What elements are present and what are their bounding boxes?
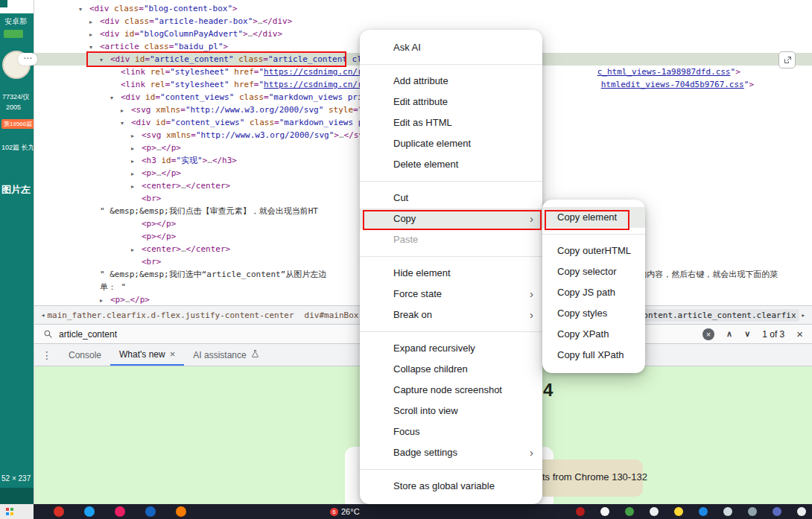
menu-item-label: Copy styles (557, 308, 607, 319)
tray-icon[interactable] (699, 507, 708, 516)
disclosure-arrow-icon[interactable]: ▸ (131, 130, 142, 142)
menu-item-copy-styles[interactable]: Copy styles (542, 303, 645, 324)
syntax-token: </p> (130, 295, 150, 305)
open-in-new-button[interactable] (778, 51, 796, 69)
taskbar-apps (54, 506, 186, 517)
disclosure-arrow-icon[interactable]: ▾ (79, 3, 89, 16)
syntax-token: <link (121, 67, 145, 77)
submenu-arrow-icon: › (530, 442, 533, 463)
disclosure-arrow-icon[interactable]: ▸ (121, 104, 131, 117)
disclosure-arrow-icon[interactable]: ▾ (110, 92, 121, 104)
node-options-icon[interactable]: ⋯ (18, 53, 37, 66)
syntax-token: </h3> (212, 156, 237, 165)
breadcrumb-scroll-right-icon[interactable]: ▸ (799, 311, 808, 319)
menu-item-copy-selector[interactable]: Copy selector (542, 261, 645, 282)
tray-icon[interactable] (625, 507, 634, 516)
syntax-token: = (149, 16, 154, 26)
syntax-token: <div (100, 29, 120, 39)
menu-item-capture-node-screenshot[interactable]: Capture node screenshot (360, 380, 542, 401)
close-search-icon[interactable]: × (796, 328, 803, 340)
taskbar-app-icon[interactable] (84, 506, 95, 517)
menu-item-copy-outerhtml[interactable]: Copy outerHTML (542, 241, 645, 261)
search-input[interactable]: article_content (59, 329, 117, 340)
menu-item-expand-recursively[interactable]: Expand recursively (360, 338, 542, 359)
syntax-token: "stylesheet" (170, 67, 229, 77)
syntax-token: </p> (162, 143, 182, 153)
menu-item-duplicate-element[interactable]: Duplicate element (360, 133, 542, 154)
syntax-token: <div (121, 92, 141, 102)
syntax-token: <div (100, 16, 120, 26)
drawer-tab-what-s-new[interactable]: What's new× (110, 344, 184, 366)
page-footer-band (0, 488, 34, 504)
menu-item-badge-settings[interactable]: Badge settings› (360, 442, 542, 463)
drawer-tab-ai-assistance[interactable]: AI assistance (184, 344, 267, 366)
taskbar-weather[interactable]: 6 26°C (330, 504, 360, 519)
disclosure-arrow-icon[interactable]: ▸ (89, 28, 100, 41)
tray-icon[interactable] (748, 507, 757, 516)
syntax-token: = (264, 92, 269, 102)
menu-item-edit-attribute[interactable]: Edit attribute (360, 92, 542, 112)
previous-match-icon[interactable]: ∧ (726, 329, 732, 339)
menu-item-scroll-into-view[interactable]: Scroll into view (360, 401, 542, 421)
menu-item-delete-element[interactable]: Delete element (360, 154, 542, 175)
follow-badge[interactable] (4, 30, 23, 38)
syntax-token: … (125, 295, 130, 305)
more-tabs-icon[interactable]: ⋮ (34, 349, 60, 361)
menu-item-focus[interactable]: Focus (360, 421, 542, 442)
syntax-token: "http://www.w3.org/2000/svg" (196, 130, 334, 140)
menu-item-label: Copy selector (557, 266, 616, 277)
tray-icon[interactable] (576, 507, 585, 516)
tab-close-icon[interactable]: × (170, 348, 176, 360)
taskbar-app-icon[interactable] (54, 506, 64, 517)
breadcrumb-scroll-left-icon[interactable]: ◂ (39, 311, 47, 319)
tray-icon[interactable] (773, 507, 781, 516)
blog-stat-views: 77324/仪 (2, 92, 30, 102)
taskbar-app-icon[interactable] (145, 506, 156, 517)
taskbar-start-area[interactable] (0, 504, 34, 519)
drawer-tab-console[interactable]: Console (60, 344, 110, 366)
syntax-token: class (244, 118, 274, 127)
disclosure-arrow-icon[interactable]: ▸ (131, 168, 142, 180)
next-match-icon[interactable]: ∨ (744, 329, 750, 339)
menu-item-copy-js-path[interactable]: Copy JS path (542, 282, 645, 303)
disclosure-arrow-icon[interactable]: ▾ (121, 117, 131, 130)
menu-item-cut[interactable]: Cut (360, 188, 542, 208)
disclosure-arrow-icon[interactable]: ▸ (131, 155, 142, 168)
syntax-token: <center> (142, 244, 181, 254)
tray-icon[interactable] (600, 507, 609, 516)
tray-icon[interactable] (723, 507, 732, 516)
syntax-token: = (139, 4, 144, 13)
menu-item-collapse-children[interactable]: Collapse children (360, 359, 542, 380)
syntax-token: > (243, 29, 248, 39)
taskbar-app-icon[interactable] (176, 506, 186, 517)
menu-item-add-attribute[interactable]: Add attribute (360, 71, 542, 92)
disclosure-arrow-icon[interactable]: ▸ (89, 16, 100, 28)
disclosure-arrow-icon[interactable]: ▸ (131, 142, 142, 155)
disclosure-arrow-icon[interactable]: ▸ (131, 243, 142, 256)
tray-icon[interactable] (674, 507, 683, 516)
dom-node[interactable]: ▾<div class="blog-content-box"> (34, 2, 812, 15)
menu-item-force-state[interactable]: Force state› (360, 284, 542, 305)
menu-item-break-on[interactable]: Break on› (360, 305, 542, 325)
tray-icon[interactable] (797, 507, 806, 516)
dom-node[interactable]: ▸<div class="article-header-box">…</div> (34, 15, 812, 28)
menu-item-edit-as-html[interactable]: Edit as HTML (360, 112, 542, 133)
syntax-token: </center> (186, 244, 231, 254)
menu-item-copy-full-xpath[interactable]: Copy full XPath (542, 345, 645, 366)
disclosure-arrow-icon[interactable]: ▸ (131, 180, 142, 193)
open-in-new-icon (783, 56, 792, 65)
tray-icon[interactable] (650, 507, 659, 516)
tab-label: AI assistance (193, 350, 246, 360)
whats-new-version-fragment: 4 (543, 380, 553, 401)
disclosure-arrow-icon[interactable]: ▸ (100, 294, 110, 305)
menu-item-copy-xpath[interactable]: Copy XPath (542, 324, 645, 345)
menu-item-hide-element[interactable]: Hide element (360, 263, 542, 284)
clear-search-icon[interactable]: × (702, 328, 714, 340)
breadcrumb-item[interactable]: main_father.clearfix.d-flex.justify-cont… (47, 311, 294, 320)
menu-item-ask-ai[interactable]: Ask AI (360, 37, 542, 58)
menu-item-store-as-global-variable[interactable]: Store as global variable (360, 476, 542, 497)
syntax-token: </p> (156, 232, 177, 241)
syntax-token: … (156, 168, 162, 178)
taskbar-app-icon[interactable] (115, 506, 125, 517)
syntax-token: <p> (142, 143, 156, 153)
